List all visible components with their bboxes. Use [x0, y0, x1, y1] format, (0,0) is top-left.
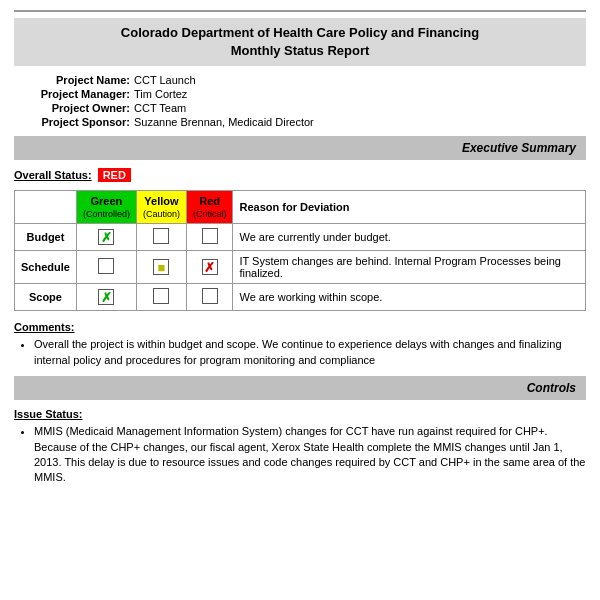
- report-title: Colorado Department of Health Care Polic…: [24, 24, 576, 60]
- header-box: Colorado Department of Health Care Polic…: [14, 18, 586, 66]
- project-name-label: Project Name:: [14, 74, 134, 86]
- th-red: Red (Critical): [186, 191, 233, 224]
- green-check-icon: ✗: [98, 289, 114, 305]
- yellow-empty-icon: [153, 288, 169, 304]
- green-check-icon: ✗: [98, 229, 114, 245]
- project-sponsor-label: Project Sponsor:: [14, 116, 134, 128]
- overall-status-label: Overall Status:: [14, 169, 92, 181]
- green-cell-1: [76, 251, 136, 284]
- th-yellow: Yellow (Caution): [136, 191, 186, 224]
- project-owner-row: Project Owner: CCT Team: [14, 102, 586, 114]
- overall-status: Overall Status: RED: [14, 168, 586, 182]
- red-cell-2: [186, 284, 233, 311]
- status-table: Green (Controlled) Yellow (Caution) Red …: [14, 190, 586, 311]
- issue-status-section: Issue Status: MMIS (Medicaid Management …: [14, 408, 586, 486]
- project-name-value: CCT Launch: [134, 74, 196, 86]
- controls-bar: Controls: [14, 376, 586, 400]
- project-owner-value: CCT Team: [134, 102, 186, 114]
- comments-list: Overall the project is within budget and…: [14, 337, 586, 368]
- issue-item: MMIS (Medicaid Management Information Sy…: [34, 424, 586, 486]
- project-name-row: Project Name: CCT Launch: [14, 74, 586, 86]
- comment-item: Overall the project is within budget and…: [34, 337, 586, 368]
- green-empty-icon: [98, 258, 114, 274]
- row-label-budget: Budget: [15, 224, 77, 251]
- overall-status-value: RED: [98, 168, 131, 182]
- red-cell-1: ✗: [186, 251, 233, 284]
- th-deviation: Reason for Deviation: [233, 191, 586, 224]
- red-empty-icon: [202, 228, 218, 244]
- executive-summary-bar: Executive Summary: [14, 136, 586, 160]
- row-label-scope: Scope: [15, 284, 77, 311]
- red-cell-0: [186, 224, 233, 251]
- issue-list: MMIS (Medicaid Management Information Sy…: [14, 424, 586, 486]
- comments-section: Comments: Overall the project is within …: [14, 321, 586, 368]
- project-info: Project Name: CCT Launch Project Manager…: [14, 74, 586, 128]
- yellow-empty-icon: [153, 228, 169, 244]
- issue-status-label: Issue Status:: [14, 408, 586, 420]
- project-manager-label: Project Manager:: [14, 88, 134, 100]
- reason-cell-1: IT System changes are behind. Internal P…: [233, 251, 586, 284]
- th-green: Green (Controlled): [76, 191, 136, 224]
- project-manager-value: Tim Cortez: [134, 88, 187, 100]
- yellow-check-icon: ■: [153, 259, 169, 275]
- project-owner-label: Project Owner:: [14, 102, 134, 114]
- reason-cell-0: We are currently under budget.: [233, 224, 586, 251]
- yellow-cell-1: ■: [136, 251, 186, 284]
- yellow-cell-0: [136, 224, 186, 251]
- reason-cell-2: We are working within scope.: [233, 284, 586, 311]
- project-sponsor-row: Project Sponsor: Suzanne Brennan, Medica…: [14, 116, 586, 128]
- row-label-schedule: Schedule: [15, 251, 77, 284]
- project-sponsor-value: Suzanne Brennan, Medicaid Director: [134, 116, 314, 128]
- comments-label: Comments:: [14, 321, 586, 333]
- red-check-icon: ✗: [202, 259, 218, 275]
- green-cell-2: ✗: [76, 284, 136, 311]
- yellow-cell-2: [136, 284, 186, 311]
- green-cell-0: ✗: [76, 224, 136, 251]
- project-manager-row: Project Manager: Tim Cortez: [14, 88, 586, 100]
- top-border: [14, 10, 586, 12]
- th-empty: [15, 191, 77, 224]
- red-empty-icon: [202, 288, 218, 304]
